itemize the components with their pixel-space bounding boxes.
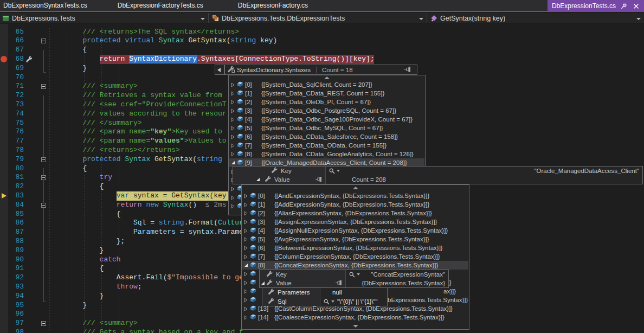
fold-marker-icon[interactable] (41, 175, 46, 180)
datatip-row[interactable]: [2]{[System_Data_OleDb_PI, Count = 67]} (229, 98, 424, 106)
datatip-properties[interactable]: Parameters null Sql "\"{0}\" || \"{1}\"" (262, 287, 388, 306)
object-icon (236, 151, 245, 158)
fold-marker-icon[interactable] (41, 321, 46, 326)
expand-arrow-icon[interactable] (229, 100, 236, 105)
expand-arrow-icon[interactable] (229, 108, 236, 113)
line-number: 76 (0, 127, 24, 137)
line-number: 66 (0, 36, 24, 46)
datatip-row[interactable]: [7]{[System_Data_CData_OData, Count = 15… (229, 141, 424, 150)
scroll-up-icon[interactable] (242, 187, 469, 189)
code-line[interactable]: 66protected virtual Syntax GetSyntax(str… (0, 36, 644, 46)
datatip-row[interactable]: [2]{[AliasExpressionSyntax, {DbExpressio… (242, 209, 468, 217)
expand-arrow-icon[interactable] (229, 195, 236, 200)
code-line[interactable]: 67{ (0, 46, 644, 55)
project-name: DbExpressions.Tests (12, 15, 75, 22)
tab-dbexpressionfactorytests[interactable]: DbExpressionFactoryTests.cs (112, 0, 209, 11)
line-number: 80 (0, 164, 24, 174)
datatip-header[interactable]: SyntaxDictionary.Syntaxes Count = 18 (224, 65, 417, 75)
datatip-row[interactable]: [0]{[System_Data_SqlClient, Count = 207]… (229, 80, 424, 89)
datatip-kv-oracle[interactable]: Key "Oracle_ManagedDataAccess_Client" Va… (233, 166, 643, 184)
expand-arrow-icon[interactable] (229, 161, 236, 165)
tab-dbexpressionsyntaxtests[interactable]: DbExpressionSyntaxTests.cs (0, 0, 93, 11)
expand-arrow-icon[interactable] (229, 135, 236, 139)
datatip-row[interactable]: [4]{[AssignNullExpressionSyntax, {DbExpr… (242, 226, 468, 235)
datatip-row[interactable]: [1]{[AddExpressionSyntax, {DbExpressions… (242, 200, 468, 209)
expand-arrow-icon[interactable] (256, 176, 260, 183)
type-dropdown[interactable]: DbExpressions.Tests.DbExpressionTests (209, 13, 427, 23)
datatip-row[interactable]: [7]{[ColumnExpressionSyntax, {DbExpressi… (242, 252, 468, 261)
datatip-row[interactable]: [8]{[System_Data_CData_GoogleAnalytics, … (229, 150, 424, 158)
expand-arrow-icon[interactable] (242, 211, 249, 216)
datatip-row[interactable]: [14]{[CoalesceExpressionSyntax, {DbExpre… (242, 313, 468, 322)
object-icon (249, 271, 258, 278)
fold-marker-icon[interactable] (41, 84, 46, 89)
datatip-row[interactable]: [0]{[AndExpressionSyntax, {DbExpressions… (242, 191, 468, 200)
expand-arrow-icon[interactable] (242, 289, 249, 294)
wrench-icon (268, 289, 274, 296)
expand-arrow-icon[interactable] (242, 306, 249, 311)
fold-marker-icon[interactable] (41, 203, 46, 208)
expand-arrow-icon[interactable] (242, 272, 249, 277)
datatip-kv-concat[interactable]: Key "ConcatExpressionSyntax" Value {DbEx… (259, 270, 449, 288)
datatip-sublist[interactable]: [0]{[AndExpressionSyntax, {DbExpressions… (241, 184, 469, 330)
line-number: 78 (0, 146, 24, 155)
expand-arrow-icon[interactable] (229, 187, 236, 191)
datatip-row[interactable]: [8]{[ConcatExpressionSyntax, {DbExpressi… (242, 261, 468, 270)
fold-marker-icon[interactable] (41, 157, 46, 162)
expand-arrow-icon[interactable] (229, 82, 236, 87)
expand-arrow-icon[interactable] (242, 246, 249, 251)
project-dropdown[interactable]: DbExpressions.Tests (0, 13, 209, 23)
expand-arrow-icon[interactable] (229, 91, 236, 96)
chevron-down-icon (201, 18, 205, 20)
line-number: 73 (0, 100, 24, 110)
expand-arrow-icon[interactable] (242, 194, 249, 198)
expand-arrow-icon[interactable] (261, 280, 265, 286)
magnifier-icon[interactable] (349, 272, 360, 278)
expand-arrow-icon[interactable] (242, 254, 249, 259)
expand-arrow-icon[interactable] (229, 152, 236, 157)
expand-arrow-icon[interactable] (229, 143, 236, 148)
datatip-row[interactable]: [5]{[System_Data_Odbc_MySQL, Count = 67]… (229, 124, 424, 132)
code-line[interactable]: 65/// <returns>The SQL syntax</returns> (0, 28, 644, 37)
row-index: [5] (258, 236, 274, 242)
datatip-row[interactable]: [3]{[AssignExpressionSyntax, {DbExpressi… (242, 217, 468, 226)
datatip-row[interactable]: [1]{[System_Data_CData_REST, Count = 155… (229, 89, 424, 98)
magnifier-icon[interactable] (329, 168, 340, 174)
expand-arrow-icon[interactable] (229, 204, 236, 209)
code-line[interactable]: 68return SyntaxDictionary.Syntaxes[Conne… (0, 55, 644, 64)
expand-arrow-icon[interactable] (242, 280, 249, 285)
row-index: [0] (245, 81, 261, 88)
pin-icon[interactable] (336, 280, 343, 286)
close-icon[interactable] (633, 3, 640, 10)
datatip-collapse-button[interactable] (215, 65, 224, 75)
scroll-down-icon[interactable] (242, 325, 469, 328)
fold-marker-icon[interactable] (41, 39, 46, 43)
pin-icon[interactable] (315, 176, 323, 183)
expand-arrow-icon[interactable] (242, 263, 249, 267)
expand-arrow-icon[interactable] (242, 220, 249, 225)
datatip-row[interactable]: [6]{[System_Data_CData_Salesforce, Count… (229, 132, 424, 141)
code-text: { (100, 264, 104, 273)
code-text: } (100, 292, 104, 301)
pin-icon[interactable] (621, 3, 628, 10)
expand-arrow-icon[interactable] (242, 237, 249, 242)
expand-arrow-icon[interactable] (242, 228, 249, 233)
expand-arrow-icon[interactable] (242, 298, 249, 303)
object-icon (249, 227, 258, 234)
datatip-row[interactable]: [5]{[AvgExpressionSyntax, {DbExpressions… (242, 235, 468, 244)
member-dropdown[interactable]: ✦ GetSyntax(string key) (427, 13, 644, 23)
csharp-project-icon (2, 15, 9, 22)
expand-arrow-icon[interactable] (242, 202, 249, 207)
datatip-row[interactable]: [3]{[System_Data_Odbc_PostgreSQL, Count … (229, 106, 424, 115)
pin-icon[interactable] (404, 67, 412, 73)
row-value: {[ColumnExpressionSyntax, {DbExpressions… (274, 253, 440, 260)
expand-arrow-icon[interactable] (229, 117, 236, 122)
scroll-up-icon[interactable] (229, 76, 425, 79)
datatip-row[interactable]: [4]{[System_Data_Odbc_Sage100ProvideX, C… (229, 115, 424, 124)
tab-dbexpressionfactory[interactable]: DbExpressionFactory.cs (233, 0, 313, 11)
expand-arrow-icon[interactable] (229, 126, 236, 131)
datatip-row[interactable]: [6]{[BetweenExpressionSyntax, {DbExpress… (242, 244, 468, 252)
magnifier-icon[interactable] (324, 299, 334, 305)
tab-dbexpressiontests-active[interactable]: DbExpressionTests.cs (548, 0, 644, 12)
expand-arrow-icon[interactable] (242, 315, 249, 320)
